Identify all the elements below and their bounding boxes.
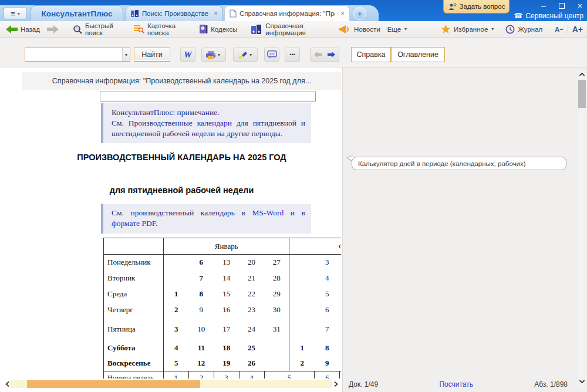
day-label: Четверг	[104, 302, 164, 318]
day-cell: 27	[264, 255, 289, 271]
back-arrow-icon	[6, 25, 18, 33]
service-center-link[interactable]: ☎ Сервисный центр	[514, 12, 583, 20]
day-cell: 7	[315, 318, 340, 337]
ask-question-label: Задать вопрос	[460, 3, 505, 10]
day-cell: 24	[239, 318, 264, 337]
tab-active-label: Справочная информация: "Произ	[239, 10, 335, 17]
hscroll-thumb[interactable]	[27, 380, 200, 388]
codes-button[interactable]: Кодексы	[195, 22, 241, 36]
scroll-up-icon[interactable]	[578, 70, 586, 79]
more-actions-button[interactable]: •••	[285, 48, 300, 62]
forward-button[interactable]	[43, 22, 62, 36]
calendar-month-header: ЯнварьФевраль	[104, 238, 342, 255]
scroll-right-icon[interactable]	[332, 380, 339, 388]
new-tab-button[interactable]: +	[353, 7, 366, 20]
day-cell	[164, 255, 189, 271]
close-window-button[interactable]: ×	[578, 1, 582, 11]
consultant-note-block: КонсультантПлюс: примечание. См. Произво…	[101, 103, 311, 143]
maximize-button[interactable]	[559, 3, 565, 9]
support-person-icon	[448, 3, 457, 11]
favorites-button[interactable]: Избранное ▾	[437, 22, 497, 36]
journal-button[interactable]: Журнал	[502, 22, 546, 36]
forward-arrow-icon	[47, 25, 59, 33]
scroll-down-icon[interactable]	[578, 377, 586, 386]
main-menu-button[interactable]: ≡ ▾	[4, 8, 27, 19]
chevron-down-icon: ▾	[248, 52, 254, 58]
calendar-day-row: Четверг2916233061320	[104, 302, 342, 318]
calendar-table-wrap: ЯнварьФевральПонедельник613202731017Втор…	[103, 238, 341, 379]
font-smaller-button[interactable]: A−	[551, 26, 567, 33]
note-line: См. Производственные календари для пятид…	[112, 118, 305, 139]
more-label: Еще	[387, 26, 401, 33]
prev-fragment-icon[interactable]	[314, 52, 322, 58]
doc-link[interactable]: календари	[197, 119, 232, 127]
font-larger-button[interactable]: A+	[568, 25, 587, 34]
document-title-bar[interactable]: Справочная информация: "Производственный…	[22, 72, 341, 90]
note-line: См. производственный календарь в MS-Word…	[112, 208, 305, 229]
day-cell	[264, 337, 289, 356]
news-button[interactable]: Новости	[336, 22, 384, 36]
chevron-down-icon: ▾	[18, 11, 20, 16]
calendar-day-row: Воскресенье5121926291623	[104, 356, 342, 371]
document-subheading: для пятидневной рабочей недели	[22, 184, 341, 197]
week-number-cell: 5	[264, 371, 315, 379]
export-word-button[interactable]: W	[180, 48, 195, 62]
next-fragment-icon[interactable]	[328, 52, 335, 58]
doc-link[interactable]: MS-Word	[252, 208, 284, 217]
search-history-dropdown[interactable]: ▾	[122, 48, 130, 61]
note-text: .	[156, 219, 157, 228]
week-number-cell: 1	[164, 371, 189, 379]
days-calculator-callout[interactable]: Калькулятор дней в периоде (календарных,…	[352, 157, 566, 170]
search-card-icon	[134, 25, 144, 33]
day-cell: 12	[188, 356, 214, 371]
week-number-cell: 4	[239, 371, 264, 379]
day-cell: 4	[315, 271, 340, 286]
ask-question-button[interactable]: Задать вопрос	[443, 0, 510, 13]
download-note-block: См. производственный календарь в MS-Word…	[101, 204, 311, 234]
document-search-field[interactable]	[100, 92, 316, 102]
day-cell: 8	[188, 286, 214, 302]
status-bar: Док. 1/49 Посчитать Абз. 1/898	[343, 380, 575, 389]
minimize-button[interactable]: –	[541, 1, 546, 11]
calculate-link[interactable]: Посчитать	[378, 380, 534, 388]
day-cell: 1	[164, 286, 189, 302]
more-menu-button[interactable]: Еще ▾	[384, 22, 410, 36]
codes-label: Кодексы	[211, 26, 237, 33]
bookmark-marker-button[interactable]: ▾	[233, 48, 258, 62]
search-input[interactable]	[25, 48, 122, 61]
vertical-scrollbar[interactable]	[578, 70, 586, 390]
back-button[interactable]: Назад	[2, 22, 43, 36]
day-cell: 12	[340, 286, 341, 302]
speech-bubble-icon	[267, 50, 277, 59]
day-cell	[289, 302, 315, 318]
tab-reference-info-active[interactable]: Справочная информация: "Произ ×	[224, 5, 350, 21]
print-button[interactable]: ▾	[201, 48, 226, 62]
quick-search-button[interactable]: Быстрый поиск	[69, 22, 123, 36]
search-card-button[interactable]: Карточка поиска	[130, 22, 188, 36]
font-size-controls: A− A+	[551, 25, 587, 34]
day-cell: 19	[214, 356, 239, 371]
tab-close-icon[interactable]: ×	[211, 9, 218, 18]
tab-close-icon[interactable]: ×	[338, 9, 345, 18]
tab-home[interactable]: КонсультантПлюс	[31, 5, 123, 21]
highlighter-icon	[237, 50, 248, 59]
note-text: См. Производственные	[112, 119, 197, 127]
contents-button[interactable]: Оглавление	[391, 47, 445, 62]
tab-search-results[interactable]: Поиск: Производственный календарь ×	[126, 5, 223, 21]
plus-icon: +	[357, 8, 363, 18]
day-cell: 20	[239, 255, 264, 271]
back-label: Назад	[21, 26, 40, 33]
doc-nav-group	[310, 48, 339, 62]
day-cell: 8	[315, 337, 340, 356]
codes-book-icon	[199, 25, 208, 34]
comment-button[interactable]	[264, 48, 279, 62]
find-button[interactable]: Найти	[134, 48, 170, 62]
help-button[interactable]: Справка	[351, 47, 391, 62]
scroll-left-icon[interactable]	[4, 380, 11, 388]
hscroll-track[interactable]	[11, 380, 332, 388]
month-header: Февраль	[289, 238, 341, 255]
doc-link[interactable]: формате PDF	[112, 219, 156, 228]
reference-info-button[interactable]: Справочная информация	[248, 22, 329, 36]
vscroll-thumb[interactable]	[578, 80, 586, 108]
binders-icon	[251, 25, 262, 34]
